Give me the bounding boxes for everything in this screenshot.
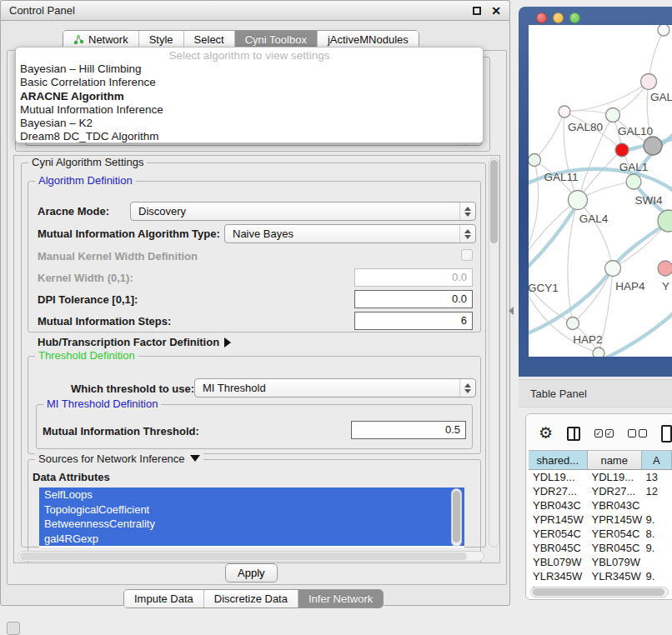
mac-minimize-icon[interactable]	[553, 12, 564, 23]
sources-title[interactable]: Sources for Network Inference	[35, 452, 203, 465]
algorithm-option[interactable]: Mutual Information Inference	[16, 103, 483, 117]
tab-cyni-toolbox[interactable]: Cyni Toolbox	[235, 31, 318, 48]
apply-button[interactable]: Apply	[225, 563, 278, 582]
attribute-item[interactable]: TopologicalCoefficient	[39, 502, 464, 518]
network-edge	[578, 200, 613, 268]
table-toolbar: ⚙ ✓✓	[525, 418, 672, 448]
data-attributes-label: Data Attributes	[33, 471, 110, 483]
attribute-item[interactable]: gal4RGexp	[39, 532, 464, 547]
node-table: shared...nameAYDL19...YDL19...13YDR27...…	[529, 450, 672, 598]
network-node-GAL80[interactable]	[559, 106, 570, 118]
mi-algorithm-type-value: Naive Bayes	[225, 228, 459, 240]
mi-algorithm-type-label: Mutual Information Algorithm Type:	[38, 228, 220, 240]
algorithm-option[interactable]: ARACNE Algorithm	[16, 90, 483, 103]
column-visibility-icon[interactable]	[567, 427, 580, 441]
tab-impute-data[interactable]: Impute Data	[124, 590, 204, 608]
table-settings-gear-icon[interactable]: ⚙	[539, 425, 553, 442]
network-node-gray[interactable]	[644, 137, 662, 155]
table-panel-header: Table Panel	[519, 379, 672, 408]
algorithm-option[interactable]: Bayesian – K2	[16, 117, 483, 130]
export-table-icon[interactable]	[661, 425, 672, 442]
dpi-tolerance-label: DPI Tolerance [0,1]:	[38, 293, 138, 306]
network-node-GAL1[interactable]	[626, 174, 641, 189]
network-node-GAL11[interactable]	[529, 154, 541, 167]
close-icon[interactable]: ✕	[491, 7, 501, 15]
table-horizontal-scrollbar[interactable]	[530, 587, 669, 598]
network-edge	[534, 112, 564, 160]
network-canvas[interactable]: GALGAL80GAL10GAL11GAL1SWI4GAL4GCY1HAP4YH…	[529, 25, 672, 357]
network-node-bottom[interactable]	[593, 348, 604, 357]
tab-select[interactable]: Select	[184, 31, 235, 48]
network-node-HAP2[interactable]	[567, 318, 579, 330]
table-cell: 12	[642, 484, 672, 498]
split-divider-handle-icon[interactable]	[509, 307, 514, 315]
mac-zoom-icon[interactable]	[569, 12, 580, 23]
expanded-arrow-icon	[190, 455, 200, 462]
network-node-salmon[interactable]	[658, 261, 672, 276]
table-cell: 9.	[642, 569, 672, 583]
network-node-label: GAL	[650, 91, 672, 103]
table-cell: YBR045C	[587, 541, 641, 555]
table-cell: YBL079W	[529, 555, 587, 569]
network-edge-thick	[605, 310, 672, 357]
algorithm-option[interactable]: Basic Correlation Inference	[16, 76, 483, 89]
column-header[interactable]: A	[642, 451, 672, 469]
column-header[interactable]: name	[588, 451, 642, 469]
tab-infer-network[interactable]: Infer Network	[298, 590, 383, 608]
table-row[interactable]: YBR045CYBR045C9.	[529, 541, 672, 555]
attribute-item[interactable]: BetweennessCentrality	[39, 517, 464, 532]
float-window-icon[interactable]	[473, 7, 481, 15]
table-row[interactable]: YDR27...YDR27...12	[529, 484, 672, 498]
which-threshold-combobox[interactable]: MI Threshold	[194, 378, 476, 398]
algorithm-option[interactable]: Bayesian – Hill Climbing	[16, 62, 483, 76]
mac-close-icon[interactable]	[536, 12, 547, 23]
network-node-ntop[interactable]	[658, 25, 669, 36]
mi-algorithm-type-combobox[interactable]: Naive Bayes	[224, 224, 476, 243]
network-node-red[interactable]	[615, 143, 629, 157]
network-node-label: HAP4	[615, 280, 645, 292]
network-node-GAL10[interactable]	[606, 108, 620, 122]
table-row[interactable]: YDL19...YDL19...13	[529, 470, 672, 484]
network-node-pink[interactable]	[641, 74, 657, 90]
dpi-tolerance-field[interactable]: 0.0	[354, 290, 473, 308]
settings-vertical-scrollbar[interactable]	[489, 158, 499, 548]
table-row[interactable]: YER054CYER054C8.	[529, 527, 672, 541]
threshold-definition-title: Threshold Definition	[35, 349, 138, 362]
table-header-row: shared...nameA	[529, 450, 672, 470]
mi-steps-field[interactable]: 6	[354, 312, 473, 330]
algorithm-option[interactable]: Dream8 DC_TDC Algorithm	[16, 130, 483, 143]
settings-horizontal-scrollbar[interactable]	[18, 551, 484, 562]
select-all-icon[interactable]: ✓✓	[594, 429, 614, 438]
mi-threshold-label: Mutual Information Threshold:	[43, 425, 199, 438]
network-node-GAL4[interactable]	[569, 191, 588, 210]
aracne-mode-label: Aracne Mode:	[38, 205, 109, 218]
table-cell: 8.	[642, 527, 672, 541]
combobox-arrows-icon	[459, 379, 475, 397]
attributes-list-scrollbar[interactable]	[451, 488, 462, 547]
table-row[interactable]: YBR043CYBR043C	[529, 498, 672, 512]
table-cell: YDR27...	[529, 484, 587, 498]
tab-label: Cyni Toolbox	[245, 33, 307, 46]
network-tab-icon	[73, 34, 84, 45]
mi-threshold-field[interactable]: 0.5	[351, 421, 466, 439]
kernel-width-field[interactable]: 0.0	[354, 268, 473, 287]
table-row[interactable]: YLR345WYLR345W9.	[529, 569, 672, 583]
hub-definition-toggle[interactable]: Hub/Transcription Factor Definition	[38, 336, 231, 348]
manual-kernel-width-checkbox[interactable]	[461, 249, 473, 261]
tab-discretize-data[interactable]: Discretize Data	[204, 590, 298, 608]
collapsed-panel-button[interactable]	[7, 622, 20, 635]
network-node-HAP4[interactable]	[605, 261, 621, 277]
tab-style[interactable]: Style	[139, 31, 184, 48]
network-graph[interactable]: GALGAL80GAL10GAL11GAL1SWI4GAL4GCY1HAP4YH…	[529, 25, 672, 357]
aracne-mode-combobox[interactable]: Discovery	[130, 202, 476, 221]
table-row[interactable]: YPR145WYPR145W9.	[529, 512, 672, 527]
table-cell: 9.	[642, 512, 672, 527]
algorithm-definition-title: Algorithm Definition	[35, 174, 136, 187]
tab-label: Select	[194, 33, 224, 46]
tab-network[interactable]: Network	[63, 31, 139, 48]
deselect-all-icon[interactable]	[628, 429, 647, 438]
table-row[interactable]: YBL079WYBL079W	[529, 555, 672, 569]
attribute-item[interactable]: SelfLoops	[39, 488, 464, 502]
column-header[interactable]: shared...	[529, 451, 588, 469]
tab-jactivemnodules[interactable]: jActiveMNodules	[318, 31, 419, 48]
